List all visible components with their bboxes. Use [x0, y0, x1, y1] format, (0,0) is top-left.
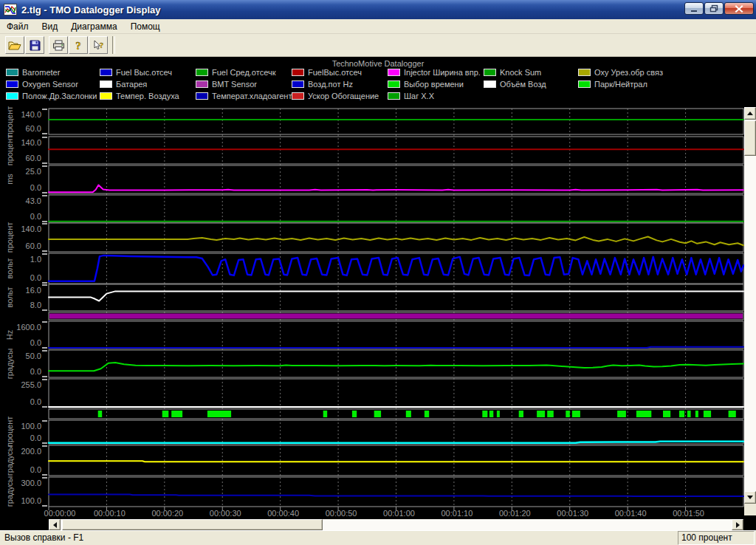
- scrollbar-corner: [744, 504, 756, 515]
- left-arrow-icon: [53, 522, 57, 528]
- series-bar: [352, 411, 357, 417]
- series-bar: [482, 411, 487, 417]
- up-arrow-icon: [747, 112, 753, 115]
- time-tick-label: 00:00:50: [317, 509, 365, 518]
- vertical-scrollbar[interactable]: [744, 107, 756, 504]
- down-arrow-icon: [747, 496, 753, 499]
- status-help-text: Вызов справки - F1: [4, 532, 83, 543]
- time-tick-label: 00:01:10: [433, 509, 481, 518]
- series-bar: [98, 411, 103, 417]
- series-bar: [687, 411, 691, 417]
- series-bar: [636, 411, 651, 417]
- time-tick-label: 00:01:00: [375, 509, 424, 518]
- time-tick-label: 00:00:20: [143, 509, 192, 518]
- series-band: [49, 314, 743, 319]
- vertical-scroll-thumb[interactable]: [744, 120, 756, 156]
- status-zoom-box: 100 процент: [678, 531, 755, 545]
- series-bar: [374, 411, 381, 417]
- time-tick-label: 00:01:50: [664, 509, 713, 518]
- series-bar: [323, 411, 328, 417]
- series-bar: [519, 411, 523, 417]
- time-tick-label: 00:00:40: [259, 509, 308, 518]
- right-arrow-icon: [736, 522, 740, 528]
- time-tick-label: 00:00:00: [35, 509, 84, 518]
- chart-plot: [0, 0, 756, 545]
- series-bar: [617, 411, 626, 417]
- time-tick-label: 00:00:30: [201, 509, 250, 518]
- scroll-left-button[interactable]: [49, 519, 61, 530]
- time-tick-label: 00:00:10: [85, 509, 134, 518]
- series-bar: [497, 411, 500, 417]
- status-zoom-text: 100 процент: [681, 532, 732, 543]
- series-bar: [566, 411, 570, 417]
- series-line: [49, 347, 743, 348]
- scroll-right-button[interactable]: [732, 519, 743, 530]
- axis-unit-label: градусы: [5, 451, 15, 532]
- series-bar: [695, 411, 698, 417]
- scroll-down-button[interactable]: [744, 491, 756, 504]
- series-bar: [406, 411, 411, 417]
- series-bar: [547, 411, 554, 417]
- time-tick-label: 00:01:30: [549, 509, 597, 518]
- series-bar: [704, 411, 711, 417]
- series-bar: [425, 411, 429, 417]
- axis-max-label: 255.0: [0, 380, 41, 389]
- horizontal-scroll-thumb[interactable]: [62, 519, 323, 530]
- series-bar: [537, 411, 545, 417]
- series-bar: [171, 411, 182, 417]
- series-bar: [207, 411, 231, 417]
- time-tick-label: 00:01:40: [606, 509, 655, 518]
- series-bar: [489, 411, 494, 417]
- series-bar: [679, 411, 684, 417]
- series-bar: [729, 411, 736, 417]
- scroll-up-button[interactable]: [744, 107, 756, 120]
- time-tick-label: 00:01:20: [490, 509, 539, 518]
- status-bar: Вызов справки - F1 100 процент: [0, 530, 756, 545]
- series-line: [49, 461, 743, 462]
- series-bar: [663, 411, 670, 417]
- series-line: [49, 237, 743, 246]
- series-line: [49, 495, 743, 496]
- series-line: [49, 291, 743, 301]
- series-bar: [162, 411, 169, 417]
- series-bar: [572, 411, 580, 417]
- app-window: { "window": { "title": "2.tlg - TMO Data…: [0, 0, 756, 545]
